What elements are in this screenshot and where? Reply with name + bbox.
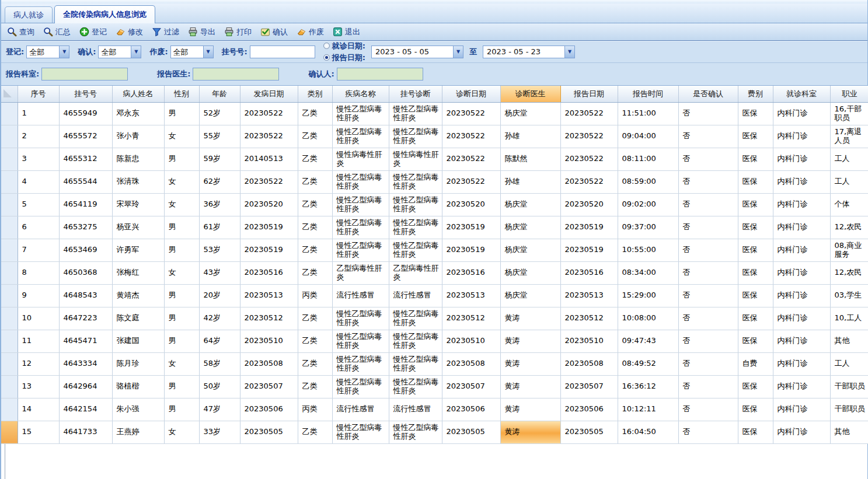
- table-cell[interactable]: 否: [678, 307, 738, 330]
- row-selector[interactable]: [1, 125, 18, 148]
- table-cell[interactable]: 20140513: [240, 148, 298, 170]
- column-header-16[interactable]: 职业: [830, 86, 868, 102]
- table-cell[interactable]: 许勇军: [112, 239, 164, 261]
- table-cell[interactable]: 61岁: [199, 216, 240, 239]
- table-cell[interactable]: 43岁: [199, 261, 240, 284]
- table-cell[interactable]: 16:04:50: [618, 421, 678, 443]
- table-cell[interactable]: 20230522: [442, 102, 500, 125]
- table-cell[interactable]: 20230510: [240, 330, 298, 352]
- table-cell[interactable]: 4655312: [59, 148, 112, 170]
- table-cell[interactable]: 3: [18, 148, 59, 170]
- table-cell[interactable]: 内科门诊: [773, 330, 830, 352]
- table-cell[interactable]: 16:36:12: [618, 375, 678, 398]
- column-header-13[interactable]: 是否确认: [678, 86, 738, 102]
- table-cell[interactable]: 王燕婷: [112, 421, 164, 443]
- table-cell[interactable]: 慢性乙型病毒性肝炎: [389, 193, 442, 216]
- column-header-10[interactable]: 诊断医生: [500, 86, 560, 102]
- table-cell[interactable]: 否: [678, 170, 738, 193]
- table-cell[interactable]: 杨庆堂: [500, 193, 560, 216]
- table-cell[interactable]: 4: [18, 170, 59, 193]
- table-cell[interactable]: 20230522: [560, 148, 618, 170]
- row-selector[interactable]: [1, 216, 18, 239]
- table-cell[interactable]: 64岁: [199, 330, 240, 352]
- confirm-filter-dropdown[interactable]: 全部 ▼: [98, 46, 141, 58]
- table-cell[interactable]: 10:55:00: [618, 239, 678, 261]
- table-cell[interactable]: 08,商业服务: [830, 239, 868, 261]
- table-cell[interactable]: 慢性乙型病毒性肝炎: [389, 330, 442, 352]
- table-cell[interactable]: 53岁: [199, 239, 240, 261]
- row-selector[interactable]: [1, 307, 18, 330]
- table-cell[interactable]: 20230506: [560, 398, 618, 421]
- table-cell[interactable]: 20230512: [442, 307, 500, 330]
- table-cell[interactable]: 内科门诊: [773, 421, 830, 443]
- table-cell[interactable]: 杨庆堂: [500, 102, 560, 125]
- table-cell[interactable]: 52岁: [199, 102, 240, 125]
- table-cell[interactable]: 医保: [738, 421, 773, 443]
- table-cell[interactable]: 男: [164, 148, 199, 170]
- table-cell[interactable]: 孙雄: [500, 170, 560, 193]
- table-cell[interactable]: 否: [678, 421, 738, 443]
- table-cell[interactable]: 慢性乙型病毒性肝炎: [332, 375, 389, 398]
- row-selector[interactable]: [1, 284, 18, 307]
- table-cell[interactable]: 20230505: [442, 421, 500, 443]
- table-cell[interactable]: 20230505: [240, 421, 298, 443]
- table-cell[interactable]: 内科门诊: [773, 148, 830, 170]
- table-cell[interactable]: 工人: [830, 148, 868, 170]
- table-cell[interactable]: 55岁: [199, 125, 240, 148]
- table-cell[interactable]: 20230522: [240, 125, 298, 148]
- table-cell[interactable]: 08:49:52: [618, 352, 678, 375]
- table-cell[interactable]: 乙类: [298, 261, 332, 284]
- table-cell[interactable]: 15:29:00: [618, 284, 678, 307]
- row-selector[interactable]: [1, 421, 18, 443]
- table-cell[interactable]: 慢性乙型病毒性肝炎: [389, 216, 442, 239]
- table-cell[interactable]: 20230506: [240, 398, 298, 421]
- column-header-14[interactable]: 费别: [738, 86, 773, 102]
- tab-patient-visit[interactable]: 病人就诊: [5, 6, 53, 23]
- table-cell[interactable]: 20230522: [560, 102, 618, 125]
- table-cell[interactable]: 内科门诊: [773, 398, 830, 421]
- table-cell[interactable]: 4642964: [59, 375, 112, 398]
- table-cell[interactable]: 女: [164, 421, 199, 443]
- table-cell[interactable]: 20230522: [560, 125, 618, 148]
- table-cell[interactable]: 乙类: [298, 193, 332, 216]
- table-cell[interactable]: 内科门诊: [773, 193, 830, 216]
- table-cell[interactable]: 10:08:00: [618, 307, 678, 330]
- table-cell[interactable]: 张建国: [112, 330, 164, 352]
- table-cell[interactable]: 乙型病毒性肝炎: [389, 261, 442, 284]
- table-cell[interactable]: 乙类: [298, 352, 332, 375]
- table-cell[interactable]: 20230519: [442, 239, 500, 261]
- table-cell[interactable]: 医保: [738, 307, 773, 330]
- table-cell[interactable]: 医保: [738, 239, 773, 261]
- chevron-down-icon[interactable]: ▼: [131, 46, 141, 58]
- table-cell[interactable]: 4641733: [59, 421, 112, 443]
- table-cell[interactable]: 20230513: [560, 284, 618, 307]
- table-cell[interactable]: 否: [678, 398, 738, 421]
- toolbar-button-modify[interactable]: 修改: [112, 25, 148, 40]
- column-header-9[interactable]: 诊断日期: [442, 86, 500, 102]
- table-cell[interactable]: 20230513: [442, 284, 500, 307]
- toolbar-button-summary[interactable]: 汇总: [40, 25, 76, 40]
- table-cell[interactable]: 14: [18, 398, 59, 421]
- table-cell[interactable]: 20230505: [560, 421, 618, 443]
- table-cell[interactable]: 慢性乙型病毒性肝炎: [332, 193, 389, 216]
- table-cell[interactable]: 杨庆堂: [500, 216, 560, 239]
- table-cell[interactable]: 9: [18, 284, 59, 307]
- table-cell[interactable]: 否: [678, 216, 738, 239]
- radio-checked-icon[interactable]: [323, 54, 330, 61]
- table-cell[interactable]: 20岁: [199, 284, 240, 307]
- date-to-picker[interactable]: 2023 - 05 - 23 ▼: [483, 46, 575, 58]
- table-cell[interactable]: 20230520: [560, 193, 618, 216]
- table-cell[interactable]: 慢性病毒性肝炎: [389, 148, 442, 170]
- column-header-6[interactable]: 类别: [298, 86, 332, 102]
- table-cell[interactable]: 自费: [738, 352, 773, 375]
- table-cell[interactable]: 否: [678, 102, 738, 125]
- table-cell[interactable]: 13: [18, 375, 59, 398]
- table-cell[interactable]: 4655544: [59, 170, 112, 193]
- table-cell[interactable]: 乙类: [298, 170, 332, 193]
- report-date-radio-option[interactable]: 报告日期:: [323, 53, 365, 63]
- table-cell[interactable]: 17,离退人员: [830, 125, 868, 148]
- table-cell[interactable]: 乙类: [298, 125, 332, 148]
- table-cell[interactable]: 20230516: [240, 261, 298, 284]
- table-cell[interactable]: 20230508: [560, 352, 618, 375]
- table-cell[interactable]: 慢性乙型病毒性肝炎: [332, 307, 389, 330]
